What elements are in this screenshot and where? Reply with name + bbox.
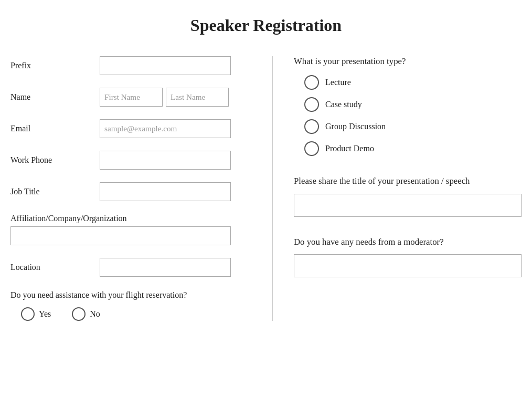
group-discussion-label: Group Discussion — [325, 122, 386, 131]
option-product-demo[interactable]: Product Demo — [304, 141, 522, 156]
job-title-input[interactable] — [100, 182, 231, 201]
option-lecture[interactable]: Lecture — [304, 75, 522, 90]
presentation-type-question: What is your presentation type? — [294, 56, 522, 67]
first-name-input[interactable] — [100, 88, 163, 107]
moderator-section: Do you have any needs from a moderator? — [294, 236, 522, 278]
flight-yes-circle — [21, 307, 35, 321]
flight-block: Do you need assistance with your flight … — [10, 289, 257, 321]
work-phone-row: Work Phone — [10, 151, 257, 170]
case-study-circle — [304, 97, 319, 112]
name-inputs — [100, 88, 229, 107]
flight-no-circle — [72, 307, 86, 321]
flight-radio-group: Yes No — [21, 307, 257, 321]
flight-no-option[interactable]: No — [72, 307, 100, 321]
email-row: Email — [10, 119, 257, 138]
email-input[interactable] — [100, 119, 231, 138]
location-label: Location — [10, 263, 100, 272]
prefix-input[interactable] — [100, 56, 231, 75]
name-label: Name — [10, 92, 100, 102]
lecture-label: Lecture — [325, 78, 351, 87]
work-phone-input[interactable] — [100, 151, 231, 170]
flight-question: Do you need assistance with your flight … — [10, 289, 257, 301]
left-column: Prefix Name Email Work Phone — [10, 56, 273, 321]
presentation-type-section: What is your presentation type? Lecture … — [294, 56, 522, 156]
option-case-study[interactable]: Case study — [304, 97, 522, 112]
presentation-title-section: Please share the title of your presentat… — [294, 175, 522, 217]
flight-yes-option[interactable]: Yes — [21, 307, 51, 321]
job-title-row: Job Title — [10, 182, 257, 201]
lecture-circle — [304, 75, 319, 90]
moderator-input[interactable] — [294, 254, 522, 277]
flight-no-label: No — [90, 309, 100, 319]
work-phone-label: Work Phone — [10, 155, 100, 165]
option-group-discussion[interactable]: Group Discussion — [304, 119, 522, 134]
form-layout: Prefix Name Email Work Phone — [10, 56, 522, 321]
presentation-title-input[interactable] — [294, 194, 522, 217]
page-title: Speaker Registration — [10, 16, 522, 35]
right-column: What is your presentation type? Lecture … — [273, 56, 522, 321]
prefix-label: Prefix — [10, 61, 100, 70]
product-demo-circle — [304, 141, 319, 156]
prefix-row: Prefix — [10, 56, 257, 75]
affiliation-label: Affiliation/Company/Organization — [10, 214, 257, 223]
group-discussion-circle — [304, 119, 319, 134]
affiliation-block: Affiliation/Company/Organization — [10, 214, 257, 245]
job-title-label: Job Title — [10, 187, 100, 196]
email-label: Email — [10, 124, 100, 133]
moderator-question: Do you have any needs from a moderator? — [294, 236, 522, 248]
presentation-type-radio-list: Lecture Case study Group Discussion Prod… — [304, 75, 522, 156]
name-row: Name — [10, 88, 257, 107]
location-row: Location — [10, 258, 257, 277]
flight-yes-label: Yes — [39, 309, 51, 319]
page-wrapper: Speaker Registration Prefix Name Email — [0, 0, 532, 337]
location-input[interactable] — [100, 258, 231, 277]
last-name-input[interactable] — [166, 88, 229, 107]
case-study-label: Case study — [325, 100, 362, 109]
product-demo-label: Product Demo — [325, 144, 374, 153]
title-question: Please share the title of your presentat… — [294, 175, 522, 187]
affiliation-input[interactable] — [10, 226, 231, 245]
